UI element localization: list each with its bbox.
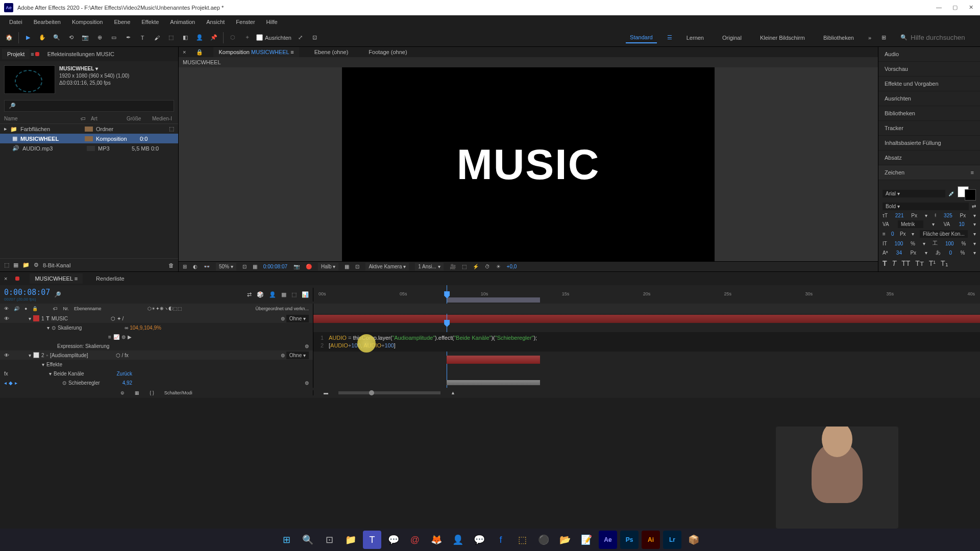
tab-projekt[interactable]: Projekt bbox=[2, 49, 30, 59]
prop-effekte[interactable]: ▾ Effekte bbox=[0, 360, 313, 369]
parent-dropdown[interactable]: Ohne ▾ bbox=[286, 352, 309, 359]
grid-icon[interactable]: ⊞ bbox=[183, 264, 187, 269]
label-white[interactable] bbox=[33, 352, 39, 358]
zoom-tool-icon[interactable]: 🔍 bbox=[52, 33, 62, 43]
messenger-icon[interactable]: 💬 bbox=[470, 531, 488, 549]
panel-absatz[interactable]: Absatz bbox=[878, 151, 980, 165]
anchor-tool-icon[interactable]: ⊕ bbox=[94, 33, 105, 43]
superscript-button[interactable]: T¹ bbox=[929, 259, 936, 267]
search-icon[interactable]: 🔍 bbox=[299, 531, 317, 549]
app-icon[interactable]: 👤 bbox=[449, 531, 467, 549]
playhead[interactable] bbox=[447, 285, 447, 304]
slider-value[interactable]: 4,92 bbox=[122, 380, 132, 386]
toggle-switches-icon[interactable]: ⊚ bbox=[120, 390, 125, 395]
tab-ebene[interactable]: Ebene (ohne) bbox=[309, 47, 354, 57]
reset-link[interactable]: Zurück bbox=[117, 371, 133, 377]
settings-icon[interactable]: ⚙ bbox=[34, 262, 39, 268]
keyframe-toggle-icon[interactable]: ◆ bbox=[9, 380, 13, 386]
menu-ansicht[interactable]: Ansicht bbox=[201, 17, 230, 27]
panel-effekte[interactable]: Effekte und Vorgaben bbox=[878, 77, 980, 91]
col-label-icon[interactable]: 🏷 bbox=[81, 116, 91, 121]
teams-icon[interactable]: T bbox=[363, 531, 381, 549]
video-toggle-icon[interactable]: 👁 bbox=[4, 306, 9, 311]
timeline-search-input[interactable]: 🔎 bbox=[54, 291, 61, 298]
swap-colors-icon[interactable]: ⇄ bbox=[972, 204, 976, 209]
stroke-swatch[interactable] bbox=[965, 189, 976, 201]
zoom-slider[interactable] bbox=[338, 391, 440, 394]
tab-effekteinstellungen[interactable]: Effekteinstellungen MUSIC bbox=[42, 49, 119, 59]
firefox-icon[interactable]: 🦊 bbox=[427, 531, 446, 549]
prop-beide-kanaele[interactable]: fx▾ Beide KanäleZurück bbox=[0, 369, 313, 378]
timeline-layer-2[interactable]: 👁 ▾ 2 ▫ [Audioamplitude] ⬡ / fx ⊚ Ohne ▾ bbox=[0, 350, 313, 360]
files-icon[interactable]: 📂 bbox=[556, 531, 574, 549]
help-search-input[interactable] bbox=[911, 34, 972, 41]
maximize-icon[interactable]: ▢ bbox=[952, 4, 960, 11]
menu-fenster[interactable]: Fenster bbox=[231, 17, 260, 27]
font-family-dropdown[interactable]: Arial ▾ bbox=[883, 190, 945, 197]
eyedropper-icon[interactable]: 💉 bbox=[948, 191, 954, 196]
time-icon[interactable]: ⏱ bbox=[485, 264, 490, 269]
align-checkbox[interactable] bbox=[256, 34, 263, 41]
aftereffects-icon[interactable]: Ae bbox=[599, 531, 617, 549]
subscript-button[interactable]: T₁ bbox=[941, 259, 948, 267]
comp-close-icon[interactable]: × bbox=[183, 49, 186, 55]
obs-icon[interactable]: ⚫ bbox=[534, 531, 553, 549]
roto-tool-icon[interactable]: 👤 bbox=[194, 33, 205, 43]
expression-editor[interactable]: 1AUDIO = thisComp.layer("Audioamplitude"… bbox=[313, 332, 980, 352]
audio-waveform-bar[interactable] bbox=[447, 380, 540, 385]
workspace-menu-icon[interactable]: ☰ bbox=[667, 34, 672, 41]
time-ruler[interactable]: 00s05s10s15s20s25s30s35s40s bbox=[313, 285, 980, 304]
stroke-mode-dropdown[interactable]: Fläche über Kon... bbox=[920, 230, 968, 238]
tab-komposition[interactable]: Komposition MUSICWHEEL ≡ bbox=[213, 47, 299, 57]
start-icon[interactable]: ⊞ bbox=[277, 531, 296, 549]
workspace-reset-icon[interactable]: ⊞ bbox=[881, 34, 886, 41]
col-size[interactable]: Größe bbox=[127, 116, 152, 121]
leading-input[interactable]: 325 bbox=[944, 213, 952, 218]
parent-dropdown[interactable]: Ohne ▾ bbox=[286, 315, 309, 322]
layer-bar-audioamp[interactable] bbox=[447, 356, 540, 364]
expr-lang-icon[interactable]: ▶ bbox=[128, 334, 132, 340]
3d-icon[interactable]: 🎥 bbox=[450, 264, 456, 269]
expand-icon[interactable]: ▾ bbox=[47, 325, 50, 331]
interpret-icon[interactable]: ⬚ bbox=[4, 262, 9, 268]
solo-toggle-icon[interactable]: ● bbox=[24, 306, 27, 311]
work-area-bar[interactable] bbox=[447, 297, 540, 303]
app3-icon[interactable]: 📦 bbox=[684, 531, 703, 549]
panel-tracker[interactable]: Tracker bbox=[878, 121, 980, 136]
pen-tool-icon[interactable]: ✒ bbox=[123, 33, 133, 43]
expr-enable-icon[interactable]: ≡ bbox=[108, 334, 111, 340]
keyframe-next-icon[interactable]: ▸ bbox=[15, 380, 17, 386]
snapshot-icon[interactable]: 📷 bbox=[293, 264, 300, 269]
schalter-modi-label[interactable]: Schalter/Modi bbox=[164, 390, 192, 395]
stamp-tool-icon[interactable]: ⬚ bbox=[166, 33, 176, 43]
explorer-icon[interactable]: 📁 bbox=[341, 531, 360, 549]
color-depth[interactable]: 8-Bit-Kanal bbox=[43, 262, 70, 268]
zoom-in-icon[interactable]: ▲ bbox=[451, 390, 455, 395]
rect-tool-icon[interactable]: ▭ bbox=[109, 33, 119, 43]
whatsapp-icon[interactable]: 💬 bbox=[384, 531, 403, 549]
workspace-more-icon[interactable]: » bbox=[868, 35, 871, 41]
menu-effekte[interactable]: Effekte bbox=[136, 17, 164, 27]
video-on-icon[interactable]: 👁 bbox=[4, 353, 9, 358]
panel-zeichen[interactable]: Zeichen≡ bbox=[878, 165, 980, 180]
label-swatch[interactable] bbox=[85, 127, 93, 132]
workspace-original[interactable]: Original bbox=[718, 33, 746, 43]
menu-hilfe[interactable]: Hilfe bbox=[261, 17, 283, 27]
workspace-bibliotheken[interactable]: Bibliotheken bbox=[819, 33, 858, 43]
vscale-input[interactable]: 100 bbox=[895, 241, 903, 246]
brackets-icon[interactable]: { } bbox=[150, 390, 154, 395]
panel-audio[interactable]: Audio bbox=[878, 47, 980, 62]
kerning-dropdown[interactable]: Metrik bbox=[898, 220, 923, 228]
project-item-comp[interactable]: ▦ MUSICWHEEL Komposition 0:0 bbox=[0, 134, 178, 143]
workspace-lernen[interactable]: Lernen bbox=[682, 33, 708, 43]
hand-tool-icon[interactable]: ✋ bbox=[37, 33, 47, 43]
panel-menu-icon[interactable]: ≡ bbox=[31, 51, 34, 57]
italic-button[interactable]: T bbox=[892, 259, 897, 267]
mail-icon[interactable]: @ bbox=[406, 531, 424, 549]
project-item-audio[interactable]: 🔊 AUDIO.mp3 MP3 5,5 MB 0:0 bbox=[0, 143, 178, 153]
menu-bearbeiten[interactable]: Bearbeiten bbox=[29, 17, 66, 27]
font-weight-dropdown[interactable]: Bold ▾ bbox=[883, 203, 969, 210]
views-dropdown[interactable]: 1 Ansi... ▾ bbox=[415, 263, 443, 270]
transparency-icon[interactable]: ▦ bbox=[345, 264, 349, 269]
label-col-icon[interactable]: 🏷 bbox=[53, 306, 58, 311]
